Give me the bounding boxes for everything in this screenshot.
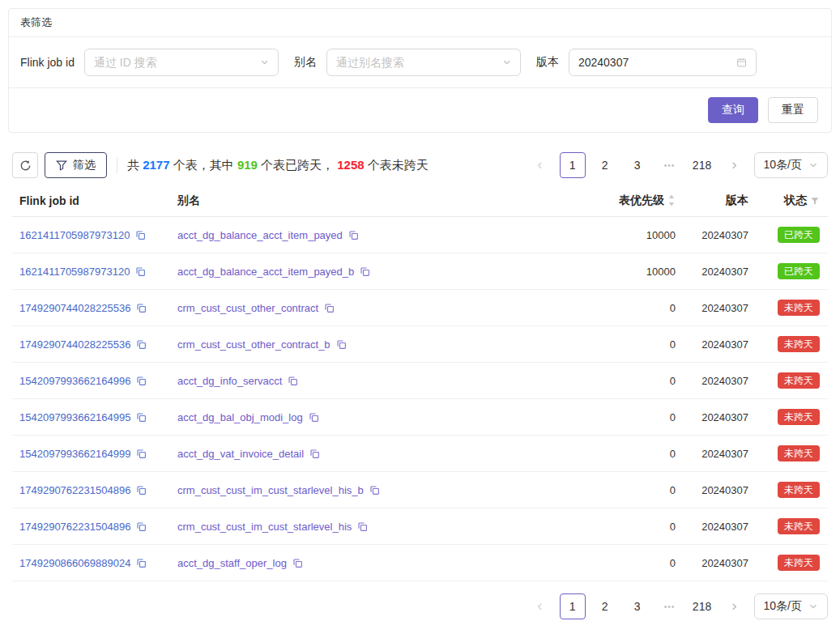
alias-link[interactable]: acct_dg_vat_invoice_detail: [177, 448, 304, 460]
filter-card-footer: 查询 重置: [9, 88, 831, 132]
page-button-1[interactable]: 1: [560, 593, 586, 619]
alias-link[interactable]: acct_dg_balance_acct_item_payed: [177, 229, 343, 241]
flink-job-id-link[interactable]: 1749290744028225536: [19, 338, 130, 351]
status-filter-icon[interactable]: [810, 196, 820, 206]
alias-input[interactable]: [336, 56, 502, 69]
copy-icon[interactable]: [292, 558, 303, 568]
job-id-select[interactable]: [84, 49, 279, 76]
copy-icon[interactable]: [336, 339, 347, 350]
alias-link[interactable]: crm_cust_cust_other_contract_b: [177, 338, 330, 351]
flink-job-id-link[interactable]: 1749290762231504896: [19, 521, 130, 533]
job-id-cell: 1542097993662164999: [12, 448, 171, 460]
copy-icon[interactable]: [136, 558, 147, 568]
copy-icon[interactable]: [348, 230, 359, 240]
alias-select[interactable]: [326, 49, 521, 76]
job-id-cell: 1621411705987973120: [12, 266, 171, 278]
alias-link[interactable]: acct_dg_balance_acct_item_payed_b: [177, 266, 354, 278]
total-count: 2177: [143, 158, 169, 172]
copy-icon[interactable]: [309, 449, 320, 459]
prev-page-button[interactable]: ‹: [527, 152, 553, 178]
alias-cell: crm_cust_cust_other_contract: [171, 302, 561, 314]
copy-icon[interactable]: [135, 230, 146, 240]
alias-link[interactable]: crm_cust_cust_im_cust_starlevel_his: [177, 521, 352, 533]
chevron-down-icon: [808, 602, 818, 611]
column-header-alias: 别名: [171, 194, 561, 208]
chevron-down-icon: [808, 160, 818, 170]
table-row: 1749290744028225536 crm_cust_cust_other_…: [12, 326, 828, 363]
copy-icon[interactable]: [136, 376, 147, 386]
vertical-divider: [117, 157, 117, 173]
flink-job-id-link[interactable]: 1749290866069889024: [19, 557, 130, 569]
version-date-input[interactable]: [578, 56, 736, 69]
next-page-button[interactable]: ›: [722, 593, 748, 619]
column-header-priority[interactable]: 表优先级: [561, 194, 682, 208]
alias-link[interactable]: acct_dg_bal_obj_modi_log: [177, 411, 303, 423]
page-button-last[interactable]: 218: [689, 593, 715, 619]
copy-icon[interactable]: [136, 412, 147, 423]
page-ellipsis[interactable]: •••: [657, 152, 683, 178]
flink-job-id-link[interactable]: 1542097993662164999: [19, 448, 130, 460]
crossed-count: 919: [237, 158, 258, 172]
copy-icon[interactable]: [369, 485, 380, 496]
status-badge: 未跨天: [778, 482, 820, 498]
table-summary: 共 2177 个表，其中 919 个表已跨天， 1258 个表未跨天: [127, 158, 429, 173]
copy-icon[interactable]: [136, 303, 147, 313]
priority-value: 0: [561, 302, 682, 314]
alias-cell: acct_dg_balance_acct_item_payed_b: [171, 266, 561, 278]
sort-icon[interactable]: [667, 194, 676, 207]
job-id-input[interactable]: [94, 56, 260, 69]
filter-toggle-label: 筛选: [73, 158, 96, 172]
copy-icon[interactable]: [309, 412, 319, 423]
copy-icon[interactable]: [357, 521, 368, 532]
page-ellipsis[interactable]: •••: [657, 593, 683, 619]
page-size-select[interactable]: 10条/页: [754, 152, 828, 178]
summary-text: 个表未跨天: [365, 158, 429, 172]
chevron-down-icon: [260, 57, 269, 67]
filter-card-header: 表筛选: [9, 9, 831, 37]
alias-link[interactable]: crm_cust_cust_im_cust_starlevel_his_b: [177, 484, 364, 496]
flink-job-id-link[interactable]: 1749290744028225536: [19, 302, 130, 314]
copy-icon[interactable]: [136, 521, 147, 532]
copy-icon[interactable]: [135, 266, 146, 277]
alias-cell: acct_dg_staff_oper_log: [171, 557, 561, 569]
status-cell: 未跨天: [755, 372, 828, 389]
job-id-cell: 1542097993662164995: [12, 411, 171, 423]
pagination-top: ‹ 1 2 3 ••• 218 › 10条/页: [527, 152, 828, 178]
prev-page-button[interactable]: ‹: [527, 593, 553, 619]
page-button-last[interactable]: 218: [689, 152, 715, 178]
data-table: Flink job id 别名 表优先级 版本 状态 1621411705987…: [12, 185, 828, 581]
page-button-2[interactable]: 2: [592, 593, 618, 619]
query-button[interactable]: 查询: [708, 97, 758, 123]
flink-job-id-link[interactable]: 1749290762231504896: [19, 484, 130, 496]
page-button-3[interactable]: 3: [625, 152, 650, 178]
version-date-picker[interactable]: [569, 49, 757, 76]
refresh-button[interactable]: [12, 152, 38, 178]
page-size-select[interactable]: 10条/页: [754, 593, 828, 619]
filter-toggle-button[interactable]: 筛选: [45, 152, 107, 178]
flink-job-id-link[interactable]: 1542097993662164996: [19, 375, 130, 387]
alias-link[interactable]: crm_cust_cust_other_contract: [177, 302, 318, 314]
copy-icon[interactable]: [136, 449, 147, 459]
alias-link[interactable]: acct_dg_info_servacct: [177, 375, 282, 387]
reset-button[interactable]: 重置: [768, 97, 818, 123]
flink-job-id-link[interactable]: 1621411705987973120: [19, 266, 130, 278]
page-button-3[interactable]: 3: [625, 593, 650, 619]
alias-link[interactable]: acct_dg_staff_oper_log: [177, 557, 287, 569]
alias-cell: crm_cust_cust_im_cust_starlevel_his: [171, 521, 561, 533]
flink-job-id-link[interactable]: 1621411705987973120: [19, 229, 130, 241]
next-page-button[interactable]: ›: [722, 152, 748, 178]
table-body: 1621411705987973120 acct_dg_balance_acct…: [12, 217, 828, 581]
job-id-cell: 1621411705987973120: [12, 229, 171, 241]
page-button-1[interactable]: 1: [560, 152, 586, 178]
priority-value: 10000: [561, 229, 682, 241]
page-button-2[interactable]: 2: [592, 152, 618, 178]
copy-icon[interactable]: [136, 485, 147, 496]
copy-icon[interactable]: [288, 376, 298, 386]
status-badge: 未跨天: [778, 518, 820, 534]
copy-icon[interactable]: [324, 303, 335, 313]
status-badge: 已跨天: [778, 263, 820, 279]
copy-icon[interactable]: [360, 266, 370, 277]
job-id-cell: 1749290744028225536: [12, 302, 171, 314]
copy-icon[interactable]: [136, 339, 147, 350]
flink-job-id-link[interactable]: 1542097993662164995: [19, 411, 130, 423]
